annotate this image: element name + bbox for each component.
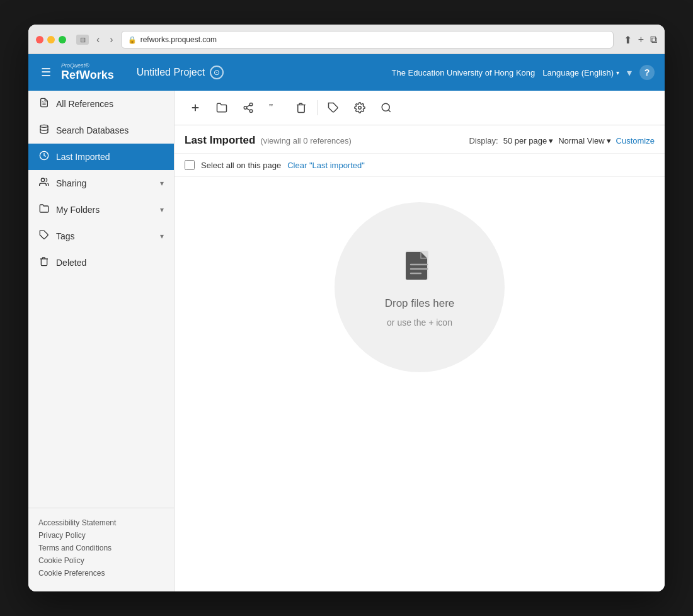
app-container: ☰ ProQuest® RefWorks Untitled Project ⊙ … [28,54,665,591]
traffic-lights [36,36,66,43]
sidebar-label-deleted: Deleted [56,258,164,268]
svg-line-17 [388,110,390,111]
logo-area: ProQuest® RefWorks [61,63,114,82]
select-all-row: Select all on this page Clear "Last impo… [175,154,665,177]
lock-icon: 🔒 [128,36,137,44]
folder-button[interactable] [211,97,232,118]
svg-text:": " [268,102,273,112]
browser-chrome: ⊟ ‹ › 🔒 refworks.proquest.com ⬆ + ⧉ [28,25,665,54]
svg-point-4 [41,178,44,181]
drop-zone-container[interactable]: Drop files here or use the + icon [175,177,665,397]
svg-point-16 [382,103,389,111]
main-area: All References Search Databases [28,91,665,591]
clear-last-imported-link[interactable]: Clear "Last imported" [287,161,365,170]
folder-icon [38,203,50,215]
settings-button[interactable] [349,97,370,118]
display-controls: Display: 50 per page ▾ Normal View ▾ Cus… [469,136,655,145]
privacy-link[interactable]: Privacy Policy [38,531,164,540]
sidebar-label-my-folders: My Folders [56,205,154,215]
tag-button[interactable] [323,97,344,118]
svg-point-9 [244,106,247,110]
svg-point-15 [358,106,362,110]
cite-button[interactable]: " [264,97,285,118]
references-title-area: Last Imported (viewing all 0 references) [185,134,352,147]
header-right: The Education University of Hong Kong La… [392,65,655,80]
svg-point-10 [249,110,253,113]
display-label: Display: [469,136,498,145]
language-selector[interactable]: Language (English) ▾ [542,68,619,77]
sidebar-item-search-databases[interactable]: Search Databases [28,117,174,144]
cookie-policy-link[interactable]: Cookie Policy [38,556,164,565]
project-area: Untitled Project ⊙ [137,66,224,79]
document-icon [38,98,50,110]
browser-actions: ⬆ + ⧉ [624,34,657,46]
close-button[interactable] [36,36,43,43]
svg-point-2 [40,125,48,127]
sidebar-item-sharing[interactable]: Sharing ▾ [28,170,174,197]
per-page-select[interactable]: 50 per page ▾ [503,136,553,145]
sidebar-label-last-imported: Last Imported [56,152,164,162]
back-button[interactable]: ‹ [94,34,102,45]
header-caret-button[interactable]: ▾ [627,67,632,79]
section-title: Last Imported [185,134,255,147]
drop-zone-main-text: Drop files here [385,297,455,310]
toolbar: " [175,91,665,125]
svg-line-11 [246,108,249,110]
language-dropdown-arrow: ▾ [616,69,619,76]
select-all-label: Select all on this page [201,161,281,170]
select-all-checkbox[interactable] [185,160,195,170]
references-count: (viewing all 0 references) [260,136,352,145]
share-button[interactable] [238,97,259,118]
sidebar-label-tags: Tags [56,231,154,241]
terms-link[interactable]: Terms and Conditions [38,544,164,552]
sidebar-item-all-references[interactable]: All References [28,91,174,117]
app-header: ☰ ProQuest® RefWorks Untitled Project ⊙ … [28,54,665,91]
cookie-prefs-link[interactable]: Cookie Preferences [38,569,164,578]
share-browser-button[interactable]: ⬆ [624,34,632,46]
add-button[interactable] [185,97,206,118]
sidebar-item-tags[interactable]: Tags ▾ [28,223,174,249]
university-name: The Education University of Hong Kong [392,68,536,77]
forward-button[interactable]: › [107,34,115,45]
document-drop-icon [399,247,440,290]
project-menu-button[interactable]: ⊙ [210,66,224,79]
menu-button[interactable]: ☰ [38,63,54,82]
drop-zone-circle: Drop files here or use the + icon [335,202,505,372]
new-tab-button[interactable]: + [638,34,644,45]
minimize-button[interactable] [47,36,55,43]
sidebar-label-all-references: All References [56,99,164,109]
sidebar-label-sharing: Sharing [56,178,154,188]
language-label: Language (English) [542,68,614,77]
tags-chevron-icon: ▾ [160,232,164,241]
folders-chevron-icon: ▾ [160,205,164,214]
svg-line-12 [246,105,249,107]
content-area: " [175,91,665,591]
accessibility-link[interactable]: Accessibility Statement [38,518,164,527]
help-button[interactable]: ? [639,65,655,80]
search-button[interactable] [375,97,397,118]
maximize-button[interactable] [59,36,66,43]
sharing-icon [38,177,50,189]
browser-window: ⊟ ‹ › 🔒 refworks.proquest.com ⬆ + ⧉ ☰ Pr… [28,25,665,591]
tab-icon: ⊟ [76,35,89,45]
references-header: Last Imported (viewing all 0 references)… [175,125,665,154]
sidebar: All References Search Databases [28,91,175,591]
refworks-label: RefWorks [61,69,114,82]
project-title: Untitled Project [137,67,205,78]
customize-link[interactable]: Customize [616,136,655,145]
sharing-chevron-icon: ▾ [160,179,164,188]
address-bar[interactable]: 🔒 refworks.proquest.com [121,31,614,48]
sidebar-item-last-imported[interactable]: Last Imported [28,144,174,170]
sidebar-item-deleted[interactable]: Deleted [28,249,174,276]
sidebar-nav: All References Search Databases [28,91,174,508]
sidebar-footer: Accessibility Statement Privacy Policy T… [28,508,174,591]
sidebar-label-search-databases: Search Databases [56,125,164,135]
toolbar-divider [317,100,318,115]
drop-zone-sub-text: or use the + icon [387,317,452,328]
tabs-button[interactable]: ⧉ [650,34,657,45]
sidebar-item-my-folders[interactable]: My Folders ▾ [28,197,174,223]
view-mode-select[interactable]: Normal View ▾ [558,136,610,145]
delete-button[interactable] [290,97,312,118]
clock-icon [38,151,50,163]
url-text: refworks.proquest.com [140,35,217,44]
